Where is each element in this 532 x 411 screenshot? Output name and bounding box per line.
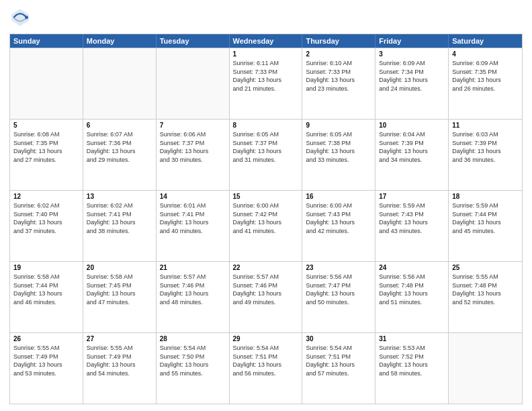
day-info: Sunrise: 6:05 AM Sunset: 7:38 PM Dayligh… — [306, 130, 371, 164]
day-info: Sunrise: 6:04 AM Sunset: 7:39 PM Dayligh… — [379, 130, 445, 164]
calendar-day-12: 12Sunrise: 6:02 AM Sunset: 7:40 PM Dayli… — [10, 191, 83, 261]
page: SundayMondayTuesdayWednesdayThursdayFrid… — [0, 0, 532, 411]
calendar-day-28: 28Sunrise: 5:54 AM Sunset: 7:50 PM Dayli… — [157, 333, 230, 404]
day-number: 14 — [160, 193, 226, 200]
day-number: 30 — [306, 335, 371, 342]
day-number: 7 — [160, 122, 226, 129]
day-number: 8 — [233, 122, 299, 129]
calendar-day-5: 5Sunrise: 6:08 AM Sunset: 7:35 PM Daylig… — [10, 120, 83, 190]
calendar-day-17: 17Sunrise: 5:59 AM Sunset: 7:43 PM Dayli… — [375, 191, 449, 261]
calendar-row-3: 19Sunrise: 5:58 AM Sunset: 7:44 PM Dayli… — [10, 261, 522, 332]
day-number: 17 — [379, 193, 445, 200]
calendar-empty-cell — [83, 48, 157, 119]
day-info: Sunrise: 6:00 AM Sunset: 7:43 PM Dayligh… — [306, 201, 371, 235]
calendar-day-18: 18Sunrise: 5:59 AM Sunset: 7:44 PM Dayli… — [449, 191, 522, 261]
calendar-day-23: 23Sunrise: 5:56 AM Sunset: 7:47 PM Dayli… — [302, 262, 375, 332]
day-info: Sunrise: 5:54 AM Sunset: 7:51 PM Dayligh… — [306, 344, 371, 377]
day-info: Sunrise: 5:57 AM Sunset: 7:46 PM Dayligh… — [233, 273, 299, 306]
calendar-day-25: 25Sunrise: 5:55 AM Sunset: 7:48 PM Dayli… — [449, 262, 522, 332]
calendar-day-3: 3Sunrise: 6:09 AM Sunset: 7:34 PM Daylig… — [375, 48, 449, 119]
calendar-day-26: 26Sunrise: 5:55 AM Sunset: 7:49 PM Dayli… — [10, 333, 83, 404]
day-number: 23 — [306, 264, 371, 271]
calendar-day-19: 19Sunrise: 5:58 AM Sunset: 7:44 PM Dayli… — [10, 262, 83, 332]
calendar-row-4: 26Sunrise: 5:55 AM Sunset: 7:49 PM Dayli… — [10, 332, 522, 404]
calendar-day-31: 31Sunrise: 5:53 AM Sunset: 7:52 PM Dayli… — [375, 333, 449, 404]
day-info: Sunrise: 6:11 AM Sunset: 7:33 PM Dayligh… — [233, 59, 299, 93]
day-info: Sunrise: 6:08 AM Sunset: 7:35 PM Dayligh… — [13, 130, 79, 164]
day-info: Sunrise: 5:55 AM Sunset: 7:48 PM Dayligh… — [452, 273, 519, 306]
day-number: 18 — [452, 193, 519, 200]
calendar-day-10: 10Sunrise: 6:04 AM Sunset: 7:39 PM Dayli… — [375, 120, 449, 190]
calendar-header: SundayMondayTuesdayWednesdayThursdayFrid… — [10, 34, 522, 48]
day-number: 22 — [233, 264, 299, 271]
day-info: Sunrise: 6:03 AM Sunset: 7:39 PM Dayligh… — [452, 130, 519, 164]
day-info: Sunrise: 5:54 AM Sunset: 7:51 PM Dayligh… — [233, 344, 299, 377]
day-number: 6 — [87, 122, 152, 129]
day-info: Sunrise: 6:01 AM Sunset: 7:41 PM Dayligh… — [160, 201, 226, 235]
calendar-day-15: 15Sunrise: 6:00 AM Sunset: 7:42 PM Dayli… — [230, 191, 303, 261]
calendar-day-13: 13Sunrise: 6:02 AM Sunset: 7:41 PM Dayli… — [83, 191, 157, 261]
day-info: Sunrise: 6:06 AM Sunset: 7:37 PM Dayligh… — [160, 130, 226, 164]
weekday-header-friday: Friday — [375, 34, 449, 48]
day-number: 24 — [379, 264, 445, 271]
day-number: 4 — [452, 50, 519, 58]
calendar-row-0: 1Sunrise: 6:11 AM Sunset: 7:33 PM Daylig… — [10, 48, 522, 119]
calendar: SundayMondayTuesdayWednesdayThursdayFrid… — [9, 34, 523, 404]
calendar-empty-cell — [449, 333, 522, 404]
day-number: 2 — [306, 50, 371, 58]
weekday-header-saturday: Saturday — [449, 34, 522, 48]
calendar-day-8: 8Sunrise: 6:05 AM Sunset: 7:37 PM Daylig… — [230, 120, 303, 190]
day-number: 27 — [87, 335, 152, 342]
day-info: Sunrise: 5:59 AM Sunset: 7:44 PM Dayligh… — [452, 201, 519, 235]
day-info: Sunrise: 5:56 AM Sunset: 7:48 PM Dayligh… — [379, 273, 445, 306]
calendar-empty-cell — [157, 48, 230, 119]
logo — [9, 7, 34, 28]
day-info: Sunrise: 5:54 AM Sunset: 7:50 PM Dayligh… — [160, 344, 226, 377]
calendar-day-9: 9Sunrise: 6:05 AM Sunset: 7:38 PM Daylig… — [302, 120, 375, 190]
day-info: Sunrise: 5:55 AM Sunset: 7:49 PM Dayligh… — [13, 344, 79, 377]
day-info: Sunrise: 6:09 AM Sunset: 7:35 PM Dayligh… — [452, 59, 519, 93]
day-number: 20 — [87, 264, 152, 271]
day-number: 12 — [13, 193, 79, 200]
day-number: 16 — [306, 193, 371, 200]
day-number: 1 — [233, 50, 299, 58]
day-info: Sunrise: 6:02 AM Sunset: 7:40 PM Dayligh… — [13, 201, 79, 235]
weekday-header-tuesday: Tuesday — [157, 34, 230, 48]
day-number: 26 — [13, 335, 79, 342]
calendar-day-6: 6Sunrise: 6:07 AM Sunset: 7:36 PM Daylig… — [83, 120, 157, 190]
calendar-day-29: 29Sunrise: 5:54 AM Sunset: 7:51 PM Dayli… — [230, 333, 303, 404]
day-info: Sunrise: 6:05 AM Sunset: 7:37 PM Dayligh… — [233, 130, 299, 164]
day-number: 21 — [160, 264, 226, 271]
calendar-day-16: 16Sunrise: 6:00 AM Sunset: 7:43 PM Dayli… — [302, 191, 375, 261]
calendar-day-30: 30Sunrise: 5:54 AM Sunset: 7:51 PM Dayli… — [302, 333, 375, 404]
calendar-row-1: 5Sunrise: 6:08 AM Sunset: 7:35 PM Daylig… — [10, 119, 522, 190]
weekday-header-wednesday: Wednesday — [230, 34, 303, 48]
day-number: 9 — [306, 122, 371, 129]
calendar-day-20: 20Sunrise: 5:58 AM Sunset: 7:45 PM Dayli… — [83, 262, 157, 332]
day-info: Sunrise: 6:00 AM Sunset: 7:42 PM Dayligh… — [233, 201, 299, 235]
calendar-day-24: 24Sunrise: 5:56 AM Sunset: 7:48 PM Dayli… — [375, 262, 449, 332]
day-number: 25 — [452, 264, 519, 271]
calendar-day-21: 21Sunrise: 5:57 AM Sunset: 7:46 PM Dayli… — [157, 262, 230, 332]
day-info: Sunrise: 5:58 AM Sunset: 7:45 PM Dayligh… — [87, 273, 152, 306]
day-info: Sunrise: 6:02 AM Sunset: 7:41 PM Dayligh… — [87, 201, 152, 235]
calendar-empty-cell — [10, 48, 83, 119]
day-info: Sunrise: 5:57 AM Sunset: 7:46 PM Dayligh… — [160, 273, 226, 306]
calendar-body: 1Sunrise: 6:11 AM Sunset: 7:33 PM Daylig… — [10, 48, 522, 404]
header — [9, 7, 523, 28]
day-number: 19 — [13, 264, 79, 271]
weekday-header-sunday: Sunday — [10, 34, 83, 48]
calendar-day-27: 27Sunrise: 5:55 AM Sunset: 7:49 PM Dayli… — [83, 333, 157, 404]
calendar-day-11: 11Sunrise: 6:03 AM Sunset: 7:39 PM Dayli… — [449, 120, 522, 190]
day-info: Sunrise: 6:07 AM Sunset: 7:36 PM Dayligh… — [87, 130, 152, 164]
day-number: 11 — [452, 122, 519, 129]
day-info: Sunrise: 5:58 AM Sunset: 7:44 PM Dayligh… — [13, 273, 79, 306]
calendar-day-22: 22Sunrise: 5:57 AM Sunset: 7:46 PM Dayli… — [230, 262, 303, 332]
day-number: 13 — [87, 193, 152, 200]
day-info: Sunrise: 5:53 AM Sunset: 7:52 PM Dayligh… — [379, 344, 445, 377]
day-number: 3 — [379, 50, 445, 58]
calendar-day-1: 1Sunrise: 6:11 AM Sunset: 7:33 PM Daylig… — [230, 48, 303, 119]
calendar-day-7: 7Sunrise: 6:06 AM Sunset: 7:37 PM Daylig… — [157, 120, 230, 190]
day-info: Sunrise: 5:59 AM Sunset: 7:43 PM Dayligh… — [379, 201, 445, 235]
day-number: 29 — [233, 335, 299, 342]
